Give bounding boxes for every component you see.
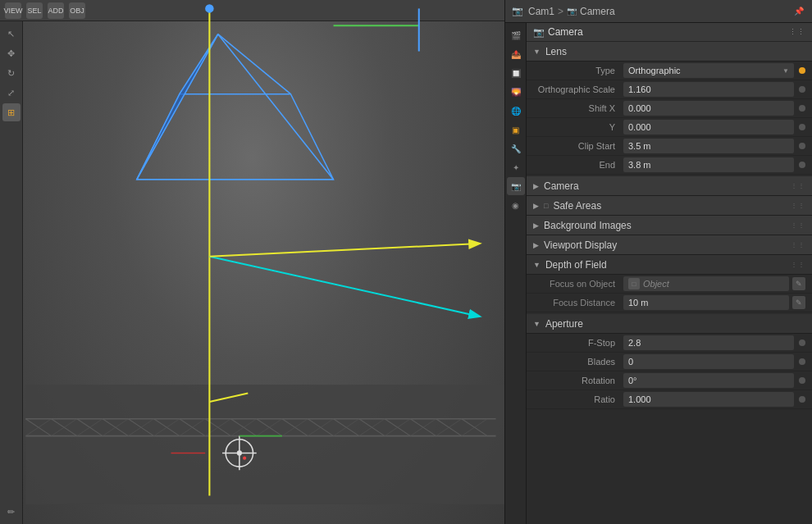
pin-button[interactable]: 📌 <box>792 5 805 18</box>
pyramid-wireframe <box>137 34 334 180</box>
focus-distance-edit-button[interactable]: ✎ <box>792 296 805 309</box>
output-properties-button[interactable]: 📤 <box>507 45 525 63</box>
ortho-scale-value: 1.160 <box>628 84 651 94</box>
material-properties-button[interactable]: ◉ <box>507 196 525 214</box>
background-images-section-title: Background Images <box>544 220 632 231</box>
view-layer-properties-button[interactable]: 🔲 <box>507 64 525 82</box>
rotation-row: Rotation 0° <box>527 371 812 390</box>
svg-marker-44 <box>137 34 218 180</box>
modifier-properties-button[interactable]: 🔧 <box>507 139 525 157</box>
clip-end-row: End 3.8 m <box>527 156 812 175</box>
shift-x-dot <box>799 105 805 112</box>
ratio-label: Ratio <box>533 394 623 404</box>
bridge-structure <box>25 385 504 504</box>
viewport-scene-svg <box>0 0 504 524</box>
ratio-input[interactable]: 1.000 <box>623 392 794 407</box>
focus-distance-label: Focus Distance <box>533 298 623 308</box>
dof-section-content: Focus on Object □ Object ✎ Focus Distanc… <box>527 275 812 314</box>
focus-object-edit-button[interactable]: ✎ <box>792 277 805 290</box>
rotation-input[interactable]: 0° <box>623 373 794 388</box>
svg-marker-39 <box>137 94 334 180</box>
lens-section-title: Lens <box>545 46 567 57</box>
camera-data-properties-button[interactable]: 📷 <box>507 177 525 195</box>
background-images-section-dots: ⋮⋮ <box>791 221 805 229</box>
svg-line-42 <box>218 34 334 180</box>
safe-areas-section-dots: ⋮⋮ <box>791 202 805 209</box>
focus-object-row: Focus on Object □ Object ✎ <box>527 275 812 294</box>
clip-end-dot <box>799 162 805 168</box>
clip-start-label: Clip Start <box>533 141 623 151</box>
fstop-dot <box>799 339 805 346</box>
render-properties-button[interactable]: 🎬 <box>507 26 525 44</box>
breadcrumb: Cam1 > 📷 Camera <box>528 6 615 17</box>
svg-point-49 <box>243 457 246 460</box>
object-data-header-row: 📷 Camera ⋮⋮ <box>527 23 812 42</box>
apex-dot <box>205 4 213 12</box>
viewport-display-collapse-arrow <box>533 241 539 249</box>
blades-value: 0 <box>628 357 633 367</box>
focus-distance-input[interactable]: 10 m <box>623 295 789 310</box>
type-row: Type Orthographic ▼ <box>527 62 812 80</box>
blades-input[interactable]: 0 <box>623 354 794 369</box>
focus-object-value: Object <box>643 279 669 289</box>
scene-properties-button[interactable]: 🌄 <box>507 83 525 101</box>
ratio-dot <box>799 396 805 403</box>
depth-of-field-section-header[interactable]: Depth of Field ⋮⋮ <box>527 255 812 275</box>
type-dropdown-arrow: ▼ <box>782 67 789 75</box>
camera-section-title: Camera <box>544 180 579 192</box>
focus-object-input[interactable]: □ Object <box>623 276 789 291</box>
lens-section-header[interactable]: Lens <box>527 42 812 62</box>
world-properties-button[interactable]: 🌐 <box>507 102 525 120</box>
safe-areas-icon: □ <box>544 202 548 210</box>
background-images-section-header[interactable]: Background Images ⋮⋮ <box>527 216 812 235</box>
breadcrumb-separator: > <box>558 6 563 17</box>
type-animate-dot <box>799 67 805 74</box>
viewport-display-section-dots: ⋮⋮ <box>791 241 805 248</box>
main-container: VIEW SEL ADD OBJ ↖ ✥ ↻ ⤢ ⊞ ✏ <box>0 0 812 524</box>
shift-y-row: Y 0.000 <box>527 118 812 137</box>
shift-y-input[interactable]: 0.000 <box>623 120 794 134</box>
object-type-icon: □ <box>628 278 640 289</box>
safe-areas-section-header[interactable]: □ Safe Areas ⋮⋮ <box>527 196 812 216</box>
dof-section-dots: ⋮⋮ <box>791 261 805 268</box>
type-value: Orthographic <box>628 66 681 75</box>
ortho-scale-row: Orthographic Scale 1.160 <box>527 80 812 99</box>
cam-name: Cam1 <box>528 6 554 17</box>
clip-end-input[interactable]: 3.8 m <box>623 157 794 172</box>
lens-collapse-arrow <box>533 48 541 56</box>
focus-object-label: Focus on Object <box>533 279 623 289</box>
ortho-scale-input[interactable]: 1.160 <box>623 82 794 97</box>
object-properties-button[interactable]: ▣ <box>507 121 525 139</box>
blades-dot <box>799 358 805 365</box>
camera-collapse-arrow <box>533 182 539 190</box>
dof-collapse-arrow <box>533 261 541 269</box>
type-select[interactable]: Orthographic ▼ <box>623 63 794 78</box>
camera-section-header[interactable]: Camera ⋮⋮ <box>527 176 812 196</box>
clip-start-input[interactable]: 3.5 m <box>623 139 794 153</box>
blades-label: Blades <box>533 357 623 367</box>
object-data-dots: ⋮⋮ <box>789 28 805 36</box>
shift-x-label: Shift X <box>533 103 623 113</box>
ortho-scale-label: Orthographic Scale <box>533 84 623 94</box>
shift-x-input[interactable]: 0.000 <box>623 101 794 116</box>
dof-section-title: Depth of Field <box>545 259 607 271</box>
clip-end-label: End <box>533 160 623 170</box>
panel-right-inner: 🎬 📤 🔲 🌄 🌐 ▣ 🔧 ✦ 📷 ◉ 📷 Camera ⋮⋮ <box>505 23 812 524</box>
type-label: Type <box>533 66 623 75</box>
ratio-row: Ratio 1.000 <box>527 390 812 409</box>
fstop-value: 2.8 <box>628 338 641 348</box>
svg-point-48 <box>237 450 242 455</box>
shift-x-row: Shift X 0.000 <box>527 99 812 118</box>
camera-icon-small: 📷 <box>567 7 577 16</box>
property-icons-column: 🎬 📤 🔲 🌄 🌐 ▣ 🔧 ✦ 📷 ◉ <box>505 23 527 524</box>
fstop-input[interactable]: 2.8 <box>623 335 794 350</box>
panel-header-camera-icon: 📷 <box>512 6 523 16</box>
shift-y-dot <box>799 124 805 130</box>
particles-properties-button[interactable]: ✦ <box>507 158 525 176</box>
cam-type: Camera <box>580 6 615 17</box>
rotation-label: Rotation <box>533 376 623 385</box>
camera-section-dots: ⋮⋮ <box>791 182 805 189</box>
aperture-section-header[interactable]: Aperture <box>527 314 812 334</box>
viewport-display-section-header[interactable]: Viewport Display ⋮⋮ <box>527 235 812 255</box>
panel-header: 📷 Cam1 > 📷 Camera 📌 <box>505 0 812 23</box>
